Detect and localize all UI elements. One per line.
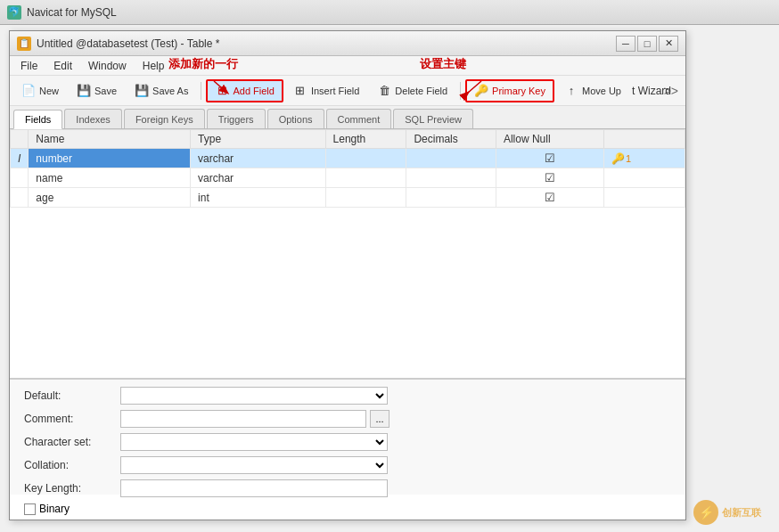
delete-field-icon: 🗑 <box>377 84 391 98</box>
row-indicator <box>11 188 29 208</box>
keylength-input[interactable] <box>120 479 388 497</box>
move-up-button[interactable]: ↑ Move Up <box>556 79 629 102</box>
field-key-cell <box>604 168 685 188</box>
menu-edit[interactable]: Edit <box>46 58 79 74</box>
add-field-button[interactable]: ⊞ Add Field <box>206 79 283 102</box>
col-header-name: Name <box>29 130 191 149</box>
row-indicator: I <box>11 149 29 168</box>
field-decimals-cell[interactable] <box>406 149 496 168</box>
binary-label: Binary <box>39 503 70 515</box>
field-type-cell[interactable]: varchar <box>191 168 325 188</box>
table-row[interactable]: age int ☑ <box>11 188 685 208</box>
primary-key-icon: 🔑 <box>474 84 488 98</box>
field-key-cell <box>604 188 685 208</box>
insert-field-icon: ⊞ <box>293 84 308 98</box>
toolbar: 📄 New 💾 Save 💾 Save As ⊞ Add Field ⊞ Ins… <box>10 76 685 106</box>
new-button[interactable]: 📄 New <box>13 79 67 102</box>
save-button[interactable]: 💾 Save <box>69 79 125 102</box>
menu-file[interactable]: File <box>13 58 45 74</box>
allownull-checkbox[interactable]: ☑ <box>545 191 555 204</box>
col-header-allow-null: Allow Null <box>496 130 603 149</box>
menu-help[interactable]: Help <box>135 58 172 74</box>
field-name-cell[interactable]: number <box>29 149 191 168</box>
watermark-text: 创新互联 <box>722 506 761 520</box>
properties-panel: Default: Comment: ... Character set: Col… <box>10 379 685 495</box>
field-length-cell[interactable] <box>325 149 406 168</box>
col-header-key <box>604 130 685 149</box>
app-title: Navicat for MySQL <box>27 6 117 19</box>
table-scroll[interactable]: Name Type Length Decimals Allow Null I <box>10 129 685 378</box>
default-select[interactable] <box>120 387 388 405</box>
field-allownull-cell[interactable]: ☑ <box>496 168 603 188</box>
comment-label: Comment: <box>24 410 113 428</box>
move-up-icon: ↑ <box>564 84 578 98</box>
save-as-button[interactable]: 💾 Save As <box>127 79 196 102</box>
add-field-icon: ⊞ <box>215 84 229 98</box>
field-length-cell[interactable] <box>325 188 406 208</box>
watermark-icon: ⚡ <box>693 500 718 525</box>
table-row[interactable]: I number varchar ☑ 🔑1 <box>11 149 685 168</box>
maximize-button[interactable]: □ <box>637 36 657 52</box>
collation-row <box>120 456 671 474</box>
keylength-row <box>120 479 671 497</box>
field-type-cell[interactable]: varchar <box>191 149 325 168</box>
tab-foreign-keys[interactable]: Foreign Keys <box>124 109 205 128</box>
win-title-left: 📋 Untitled @databasetest (Test) - Table … <box>17 37 219 51</box>
field-name-cell[interactable]: age <box>29 188 191 208</box>
tab-fields[interactable]: Fields <box>13 110 62 129</box>
comment-input[interactable] <box>120 410 366 428</box>
allownull-checkbox[interactable]: ☑ <box>545 171 555 184</box>
tab-triggers[interactable]: Triggers <box>207 109 266 128</box>
tabbar: Fields Indexes Foreign Keys Triggers Opt… <box>10 106 685 129</box>
win-title-icon: 📋 <box>17 37 31 51</box>
app-icon: 🐬 <box>7 5 21 20</box>
primary-key-button[interactable]: 🔑 Primary Key <box>465 79 554 102</box>
menu-window[interactable]: Window <box>81 58 134 74</box>
field-decimals-cell[interactable] <box>406 168 496 188</box>
collation-label: Collation: <box>24 456 113 474</box>
field-key-cell: 🔑1 <box>604 149 685 168</box>
table-row[interactable]: name varchar ☑ <box>11 168 685 188</box>
save-as-icon: 💾 <box>135 84 149 98</box>
comment-dots-button[interactable]: ... <box>370 410 390 428</box>
app-titlebar: 🐬 Navicat for MySQL <box>0 0 779 25</box>
fields-table: Name Type Length Decimals Allow Null I <box>10 129 685 208</box>
delete-field-button[interactable]: 🗑 Delete Field <box>369 79 455 102</box>
default-label: Default: <box>24 387 113 405</box>
binary-checkbox[interactable] <box>24 503 36 515</box>
tab-sql-preview[interactable]: SQL Preview <box>393 109 473 128</box>
binary-row: Binary <box>24 503 671 515</box>
keylength-label: Key Length: <box>24 479 113 497</box>
menubar: File Edit Window Help <box>10 56 685 76</box>
outer-app: 🐬 Navicat for MySQL 📋 Untitled @database… <box>0 0 779 532</box>
col-header-decimals: Decimals <box>406 130 496 149</box>
toolbar-separator-2 <box>460 82 461 100</box>
charset-row <box>120 433 671 451</box>
win-controls: ─ □ ✕ <box>616 36 678 52</box>
inner-window: 📋 Untitled @databasetest (Test) - Table … <box>9 30 686 520</box>
tab-indexes[interactable]: Indexes <box>64 109 122 128</box>
win-titlebar: 📋 Untitled @databasetest (Test) - Table … <box>10 31 685 56</box>
tab-comment[interactable]: Comment <box>326 109 392 128</box>
new-icon: 📄 <box>21 84 36 98</box>
field-decimals-cell[interactable] <box>406 188 496 208</box>
col-header-indicator <box>11 130 29 149</box>
tab-options[interactable]: Options <box>267 109 324 128</box>
comment-row: ... <box>120 410 671 428</box>
charset-select[interactable] <box>120 433 388 451</box>
field-name-cell[interactable]: name <box>29 168 191 188</box>
close-button[interactable]: ✕ <box>659 36 678 52</box>
wizard-label: t Wizard <box>632 85 671 97</box>
col-header-type: Type <box>191 130 325 149</box>
win-title-text: Untitled @databasetest (Test) - Table * <box>37 37 219 50</box>
allownull-checkbox[interactable]: ☑ <box>545 151 555 165</box>
field-allownull-cell[interactable]: ☑ <box>496 149 603 168</box>
field-allownull-cell[interactable]: ☑ <box>496 188 603 208</box>
col-header-length: Length <box>325 130 406 149</box>
minimize-button[interactable]: ─ <box>616 36 636 52</box>
field-length-cell[interactable] <box>325 168 406 188</box>
field-type-cell[interactable]: int <box>191 188 325 208</box>
table-area: Name Type Length Decimals Allow Null I <box>10 129 685 379</box>
collation-select[interactable] <box>120 456 388 474</box>
insert-field-button[interactable]: ⊞ Insert Field <box>285 79 367 102</box>
